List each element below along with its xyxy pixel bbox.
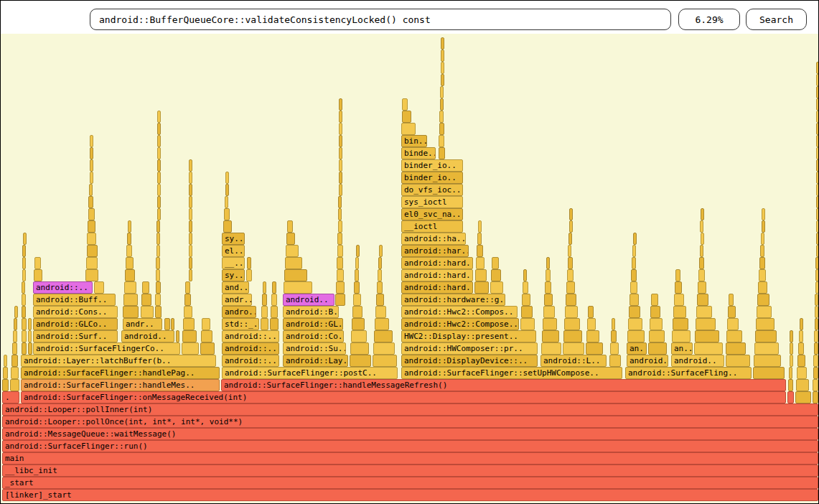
flame-frame[interactable]: android.. xyxy=(283,294,334,306)
flame-frame[interactable] xyxy=(202,318,210,330)
flame-frame[interactable]: android::.. xyxy=(222,330,279,342)
flame-frame[interactable] xyxy=(34,257,41,269)
flame-frame[interactable] xyxy=(651,294,658,306)
flame-frame[interactable]: _start xyxy=(2,477,818,489)
flame-frame[interactable] xyxy=(89,184,93,196)
flame-frame[interactable]: android.. xyxy=(671,355,724,367)
flame-frame[interactable] xyxy=(28,318,32,330)
flame-frame[interactable] xyxy=(339,111,342,123)
flame-frame[interactable] xyxy=(379,245,383,257)
flame-frame[interactable] xyxy=(699,257,704,269)
flame-frame[interactable]: std::_.. xyxy=(222,318,259,330)
flame-frame[interactable] xyxy=(142,281,149,294)
flame-frame[interactable] xyxy=(543,306,555,318)
flame-frame[interactable] xyxy=(270,318,279,330)
flame-frame[interactable] xyxy=(650,306,660,318)
flame-frame[interactable] xyxy=(542,330,559,342)
flame-frame[interactable] xyxy=(759,269,766,281)
flame-frame[interactable] xyxy=(286,233,295,245)
flame-frame[interactable] xyxy=(128,220,131,233)
flame-frame[interactable] xyxy=(336,281,345,294)
flame-frame[interactable] xyxy=(14,318,17,330)
flame-frame[interactable]: and.. xyxy=(222,281,249,294)
flame-frame[interactable] xyxy=(439,135,444,147)
flame-frame[interactable] xyxy=(338,208,342,220)
flame-frame[interactable]: android::.. xyxy=(222,355,279,367)
flame-frame[interactable]: an. xyxy=(627,342,647,355)
flame-frame[interactable] xyxy=(478,220,482,233)
flame-frame[interactable] xyxy=(815,318,818,330)
flame-frame[interactable] xyxy=(567,269,574,281)
flame-frame[interactable] xyxy=(491,269,501,281)
flame-frame[interactable] xyxy=(156,245,160,257)
flame-frame[interactable] xyxy=(610,342,619,355)
flame-frame[interactable] xyxy=(261,306,268,318)
flame-frame[interactable] xyxy=(375,306,386,318)
flame-frame[interactable]: android::HWComposer::pr.. xyxy=(401,342,538,355)
flame-frame[interactable] xyxy=(225,184,229,196)
flame-frame[interactable] xyxy=(673,306,686,318)
flame-frame[interactable] xyxy=(88,220,95,233)
flame-frame[interactable] xyxy=(650,318,663,330)
flame-frame[interactable] xyxy=(375,318,389,330)
flame-frame[interactable] xyxy=(378,257,382,269)
flame-frame[interactable] xyxy=(338,196,342,208)
flame-frame[interactable]: andro.. xyxy=(222,306,256,318)
flame-frame[interactable] xyxy=(563,342,584,355)
flame-frame[interactable] xyxy=(628,318,642,330)
flame-frame[interactable] xyxy=(674,294,684,306)
flame-frame[interactable] xyxy=(402,111,411,123)
flame-frame[interactable] xyxy=(816,196,819,208)
flame-frame[interactable]: [linker]_start xyxy=(2,489,818,501)
flame-frame[interactable] xyxy=(378,269,382,281)
flame-frame[interactable] xyxy=(522,294,530,306)
flame-frame[interactable] xyxy=(156,257,160,269)
flame-frame[interactable] xyxy=(816,184,819,196)
flame-frame[interactable] xyxy=(157,147,161,159)
flame-frame[interactable] xyxy=(757,306,772,318)
flame-frame[interactable] xyxy=(800,318,803,330)
flame-frame[interactable] xyxy=(189,159,192,172)
flame-frame[interactable] xyxy=(22,281,25,294)
flame-frame[interactable]: do_vfs_ioc.. xyxy=(401,184,463,196)
flame-frame[interactable] xyxy=(795,391,811,403)
flame-frame[interactable]: android::har.. xyxy=(401,245,469,257)
flame-frame[interactable] xyxy=(157,123,161,135)
flame-frame[interactable]: android::hardware::g.. xyxy=(401,294,505,306)
flame-frame[interactable]: HWC2::Display::present.. xyxy=(401,330,536,342)
flame-frame[interactable] xyxy=(184,306,192,318)
flame-frame[interactable] xyxy=(588,306,594,318)
flame-frame[interactable] xyxy=(90,159,93,172)
flame-frame[interactable] xyxy=(22,269,26,281)
flame-frame[interactable] xyxy=(182,330,197,342)
flame-frame[interactable] xyxy=(189,269,192,281)
flame-frame[interactable] xyxy=(339,184,342,196)
flame-frame[interactable] xyxy=(352,306,362,318)
flame-frame[interactable] xyxy=(762,208,765,220)
flame-frame[interactable] xyxy=(22,318,27,330)
flame-frame[interactable] xyxy=(86,257,98,269)
flame-frame[interactable] xyxy=(126,257,134,269)
flame-frame[interactable] xyxy=(632,257,636,269)
flame-frame[interactable] xyxy=(632,245,636,257)
flame-frame[interactable] xyxy=(350,342,369,355)
flame-frame[interactable] xyxy=(789,367,792,379)
flame-frame[interactable] xyxy=(476,257,485,269)
flame-frame[interactable] xyxy=(88,208,95,220)
flame-frame[interactable] xyxy=(790,330,793,342)
flame-frame[interactable]: android::SurfaceFlinger::run() xyxy=(2,440,818,452)
flame-frame[interactable]: android::SurfaceFlinger::postC.. xyxy=(222,367,398,379)
flame-frame[interactable] xyxy=(127,233,131,245)
flame-frame[interactable] xyxy=(439,123,444,135)
flame-frame[interactable] xyxy=(727,318,739,330)
flame-frame[interactable]: android::GL.. xyxy=(283,318,343,330)
flame-frame[interactable] xyxy=(568,245,571,257)
flame-frame[interactable] xyxy=(816,62,819,74)
flame-frame[interactable] xyxy=(90,172,93,184)
flame-frame[interactable] xyxy=(23,233,27,245)
flame-frame[interactable] xyxy=(569,220,573,233)
flame-frame[interactable] xyxy=(757,294,769,306)
flame-frame[interactable] xyxy=(815,257,819,269)
flame-frame[interactable] xyxy=(726,355,750,367)
flame-frame[interactable] xyxy=(815,306,818,318)
